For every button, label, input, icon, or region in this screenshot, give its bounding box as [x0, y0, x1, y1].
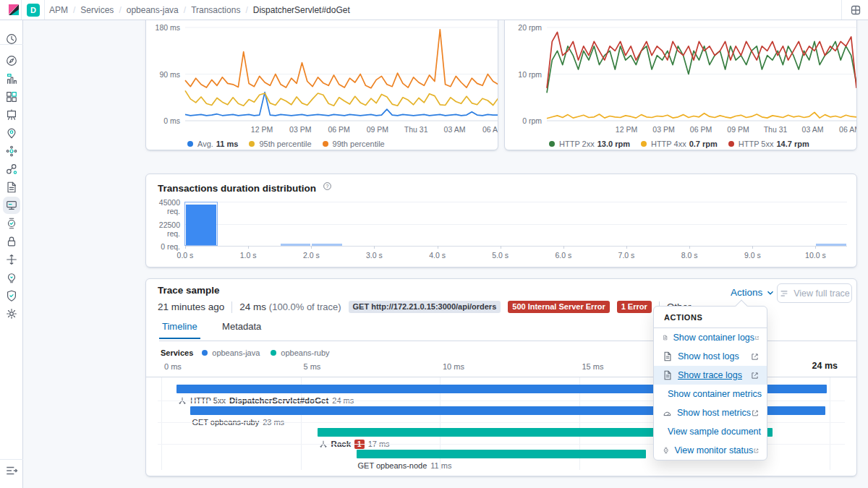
logs-icon [663, 333, 668, 343]
actions-popover: ACTIONS Show container logsShow host log… [653, 306, 767, 461]
sidebar-item-logs[interactable] [5, 181, 18, 194]
view-full-trace-button[interactable]: View full trace [777, 283, 852, 303]
x-axis-tick: 9.0 s [736, 251, 769, 260]
x-axis-tick: 12 PM [610, 125, 643, 134]
histogram-bar[interactable] [312, 244, 342, 246]
sidebar-item-security[interactable] [5, 235, 18, 248]
menu-item-show-trace-logs[interactable]: Show trace logs [654, 366, 767, 385]
legend-item[interactable]: HTTP 2xx13.0 rpm [549, 140, 630, 148]
y-axis-tick: 22500 req. [146, 221, 180, 238]
x-axis-tickmark [248, 246, 249, 249]
space-badge[interactable]: D [27, 4, 40, 17]
timeline-end-tick: 24 ms [780, 361, 838, 371]
legend-item[interactable]: HTTP 4xx0.7 rpm [641, 140, 718, 148]
sidebar-item-ml[interactable] [5, 145, 18, 158]
x-axis-tick: 09 PM [722, 125, 755, 134]
services-legend: Services opbeans-javaopbeans-ruby [158, 348, 341, 357]
series-p95 [185, 90, 498, 106]
sidebar-item-discover[interactable] [5, 54, 18, 67]
x-axis-tick: 06 PM [684, 125, 718, 134]
legend-dot [728, 141, 734, 147]
histogram-selection[interactable] [184, 202, 218, 246]
error-count-badge[interactable]: 1 Error [617, 301, 652, 313]
sidebar-item-recent[interactable] [5, 33, 18, 46]
y-axis-tick: 0 ms [146, 116, 180, 125]
legend-item[interactable]: Avg.11 ms [187, 140, 238, 148]
breadcrumb-transactions[interactable]: Transactions [191, 5, 240, 15]
x-axis-tick: 2.0 s [294, 251, 328, 260]
y-axis-tick: 0 rpm [505, 116, 542, 125]
service-legend-opbeans-ruby[interactable]: opbeans-ruby [271, 348, 329, 357]
tab-metadata[interactable]: Metadata [219, 317, 264, 338]
x-axis-tick: 4.0 s [421, 251, 454, 260]
series-http-4xx [547, 112, 856, 118]
breadcrumb-separator: / [184, 5, 186, 15]
trace-icon [779, 288, 789, 299]
sidebar-item-canvas[interactable] [5, 108, 18, 121]
menu-item-view-monitor-status[interactable]: View monitor status [654, 441, 767, 460]
sidebar-item-uptime[interactable] [5, 217, 18, 230]
legend-dot [641, 141, 647, 147]
histogram-bar[interactable] [816, 244, 846, 246]
sidebar-nav [0, 20, 23, 488]
menu-item-show-host-metrics[interactable]: Show host metrics [654, 403, 767, 422]
x-axis-tickmark [626, 246, 627, 249]
breadcrumb-dispatcherservlet-doget: DispatcherServlet#doGet [253, 5, 350, 15]
breadcrumb-apm[interactable]: APM [49, 5, 68, 15]
external-link-icon [750, 371, 760, 380]
waterfall-bar-get-opbeans-node[interactable] [357, 450, 646, 458]
service-legend-opbeans-java[interactable]: opbeans-java [202, 348, 260, 357]
throughput-card-plot [547, 27, 856, 122]
actions-button[interactable]: Actions [731, 287, 775, 298]
timeline-tick: 5 ms [304, 362, 321, 371]
help-icon[interactable] [323, 181, 332, 191]
sidebar-item-dashboard[interactable] [5, 90, 18, 103]
logs-icon [663, 370, 673, 380]
legend-dot [271, 350, 276, 356]
histogram-bar[interactable] [281, 244, 311, 246]
external-link-icon [750, 352, 760, 361]
latency-card-legend: Avg.11 ms95th percentile99th percentile [187, 140, 396, 148]
x-axis-tickmark [438, 246, 438, 249]
sidebar-item-management[interactable] [5, 289, 18, 302]
sidebar-item-graph[interactable] [5, 163, 18, 176]
x-axis-tick: 03 PM [284, 125, 317, 134]
apps-icon[interactable] [850, 4, 861, 16]
trace-age: 21 minutes ago [158, 301, 224, 312]
menu-item-show-container-metrics[interactable]: Show container metrics [654, 385, 767, 403]
hist-gridline [185, 224, 847, 225]
x-axis-tick: 5.0 s [484, 251, 517, 260]
x-axis-tickmark [563, 246, 564, 249]
hist-gridline [185, 202, 847, 202]
menu-item-show-host-logs[interactable]: Show host logs [654, 347, 767, 366]
sidebar-item-settings[interactable] [5, 307, 18, 320]
menu-item-show-container-logs[interactable]: Show container logs [654, 328, 767, 347]
kibana-logo[interactable] [7, 4, 20, 17]
legend-item[interactable]: 95th percentile [249, 140, 311, 148]
sidebar-item-apm[interactable] [5, 199, 18, 212]
throughput-card-legend: HTTP 2xx13.0 rpmHTTP 4xx0.7 rpmHTTP 5xx1… [549, 140, 820, 148]
legend-dot [549, 141, 555, 147]
tab-timeline[interactable]: Timeline [159, 317, 200, 339]
header-divider [44, 0, 45, 20]
timeline-tick: 0 ms [164, 362, 182, 371]
legend-dot [187, 141, 193, 147]
services-label: Services [161, 348, 193, 357]
breadcrumb-opbeans-java[interactable]: opbeans-java [127, 5, 179, 15]
sidebar-item-visualize[interactable] [5, 72, 18, 85]
sidebar-item-devtools[interactable] [5, 253, 18, 266]
menu-item-view-sample-document[interactable]: View sample document [654, 422, 767, 441]
waterfall-label[interactable]: GET opbeans-node11 ms [358, 461, 452, 471]
sidebar-item-maps[interactable] [5, 127, 18, 140]
legend-item[interactable]: HTTP 5xx14.7 rpm [728, 140, 809, 148]
breadcrumb-services[interactable]: Services [80, 5, 114, 15]
throughput-chart-panel: 20 rpm10 rpm0 rpm12 PM03 PM06 PM09 PMThu… [504, 0, 857, 150]
actions-menu-title: ACTIONS [654, 307, 767, 328]
x-axis-tick: Thu 31 [759, 125, 792, 134]
collapse-nav-icon[interactable] [5, 464, 18, 477]
x-axis-tick: 06 AM [477, 125, 498, 134]
x-axis-tick: 03 AM [438, 125, 472, 134]
legend-item[interactable]: 99th percentile [323, 140, 385, 148]
sidebar-item-monitoring[interactable] [5, 271, 18, 284]
x-axis-tick: 7.0 s [610, 251, 643, 260]
